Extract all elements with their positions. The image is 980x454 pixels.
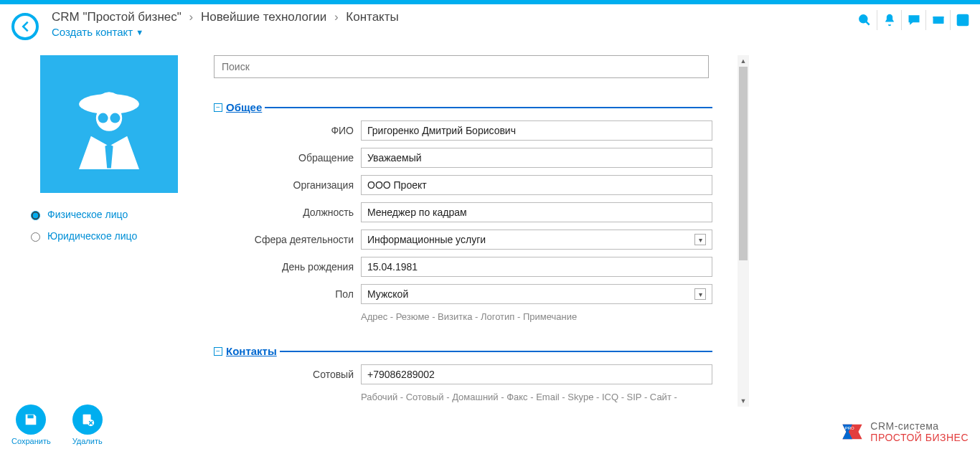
- arrow-left-icon: [17, 19, 33, 34]
- input-org[interactable]: [361, 175, 712, 195]
- save-label: Сохранить: [11, 437, 51, 445]
- label-fio: ФИО: [214, 125, 354, 136]
- label-salutation: Обращение: [214, 152, 354, 164]
- bottom-actions: Сохранить Удалить: [11, 405, 103, 445]
- brand-text: CRM-система ПРОСТОЙ БИЗНЕС: [870, 420, 969, 443]
- select-gender-value: Мужской: [367, 288, 408, 300]
- field-salutation: Обращение: [214, 148, 712, 168]
- input-birthday[interactable]: [361, 257, 712, 277]
- field-mobile: Сотовый: [214, 364, 712, 384]
- save-button[interactable]: Сохранить: [11, 405, 51, 445]
- radio-person-input[interactable]: [31, 211, 40, 220]
- create-contact-dropdown[interactable]: Создать контакт ▼: [52, 26, 143, 38]
- crumb-current: Контакты: [346, 10, 398, 24]
- radio-legal-input[interactable]: [31, 232, 40, 242]
- spy-avatar-icon: [59, 74, 159, 174]
- label-birthday: День рождения: [214, 261, 354, 273]
- toolbar-icons: [852, 10, 974, 30]
- triangle-down-icon: ▼: [136, 28, 143, 37]
- label-mobile: Сотовый: [214, 369, 354, 380]
- delete-label: Удалить: [72, 437, 103, 445]
- section-general-title[interactable]: Общее: [226, 101, 262, 113]
- input-mobile[interactable]: [361, 364, 712, 384]
- header: CRM "Простой бизнес" › Новейшие технолог…: [0, 4, 980, 41]
- svg-text:PRO: PRO: [845, 426, 854, 430]
- svg-point-5: [98, 113, 108, 123]
- field-birthday: День рождения: [214, 257, 712, 277]
- brand-line2: ПРОСТОЙ БИЗНЕС: [870, 432, 969, 443]
- breadcrumb: CRM "Простой бизнес" › Новейшие технолог…: [52, 7, 971, 24]
- svg-point-6: [110, 113, 120, 123]
- create-contact-label: Создать контакт: [52, 26, 133, 38]
- chevron-down-icon: ▾: [694, 234, 706, 245]
- brand-logo-icon: PRO: [840, 420, 864, 444]
- input-fio[interactable]: [361, 120, 712, 141]
- left-panel: Физическое лицо Юридическое лицо: [13, 55, 214, 402]
- select-gender[interactable]: Мужской ▾: [361, 284, 712, 304]
- general-extras[interactable]: Адрес - Резюме - Визитка - Логотип - При…: [361, 311, 730, 322]
- section-contacts-title[interactable]: Контакты: [226, 345, 277, 357]
- back-button[interactable]: [11, 13, 39, 40]
- input-position[interactable]: [361, 202, 712, 222]
- crumb-org[interactable]: Новейшие технологии: [201, 10, 326, 24]
- crumb-root[interactable]: CRM "Простой бизнес": [52, 10, 182, 24]
- scroll-track[interactable]: [738, 67, 749, 395]
- save-icon: [23, 412, 39, 427]
- field-position: Должность: [214, 202, 712, 222]
- collapse-toggle[interactable]: −: [214, 347, 222, 356]
- brand-line1: CRM-система: [870, 420, 969, 432]
- bell-icon[interactable]: [877, 10, 901, 30]
- section-contacts: − Контакты: [214, 345, 712, 357]
- radio-person-label: Физическое лицо: [47, 209, 128, 220]
- edit-icon[interactable]: [950, 10, 974, 30]
- chat-icon[interactable]: [901, 10, 925, 30]
- scroll-up-icon[interactable]: ▲: [738, 55, 749, 67]
- scroll-thumb[interactable]: [739, 67, 748, 260]
- vertical-scrollbar[interactable]: ▲ ▼: [738, 55, 749, 407]
- delete-icon: [80, 412, 95, 427]
- label-sphere: Сфера деятельности: [214, 234, 354, 245]
- main-content: Физическое лицо Юридическое лицо − Общее…: [0, 41, 980, 402]
- search-icon[interactable]: [852, 10, 877, 30]
- chevron-right-icon: ›: [189, 10, 194, 24]
- field-gender: Пол Мужской ▾: [214, 284, 712, 304]
- contacts-extras[interactable]: Рабочий - Сотовый - Домашний - Факс - Em…: [361, 392, 730, 402]
- delete-button[interactable]: Удалить: [72, 405, 103, 445]
- field-sphere: Сфера деятельности Информационные услуги…: [214, 230, 712, 250]
- avatar[interactable]: [40, 55, 178, 193]
- search-input[interactable]: [214, 55, 709, 78]
- field-fio: ФИО: [214, 120, 712, 141]
- select-sphere-value: Информационные услуги: [367, 234, 486, 245]
- section-general: − Общее: [214, 101, 712, 113]
- collapse-toggle[interactable]: −: [214, 103, 222, 112]
- form-panel: − Общее ФИО Обращение Организация Должно…: [214, 55, 730, 402]
- chevron-down-icon: ▾: [694, 288, 706, 300]
- label-gender: Пол: [214, 288, 354, 300]
- entity-type-radio-group: Физическое лицо Юридическое лицо: [27, 209, 214, 242]
- field-org: Организация: [214, 175, 712, 195]
- radio-legal-label: Юридическое лицо: [47, 230, 137, 242]
- input-salutation[interactable]: [361, 148, 712, 168]
- label-position: Должность: [214, 207, 354, 218]
- mail-icon[interactable]: [925, 10, 950, 30]
- radio-person[interactable]: Физическое лицо: [27, 209, 214, 220]
- scroll-down-icon[interactable]: ▼: [738, 395, 749, 407]
- radio-legal[interactable]: Юридическое лицо: [27, 230, 214, 242]
- brand: PRO CRM-система ПРОСТОЙ БИЗНЕС: [840, 420, 969, 444]
- label-org: Организация: [214, 179, 354, 191]
- chevron-right-icon: ›: [334, 10, 339, 24]
- select-sphere[interactable]: Информационные услуги ▾: [361, 230, 712, 250]
